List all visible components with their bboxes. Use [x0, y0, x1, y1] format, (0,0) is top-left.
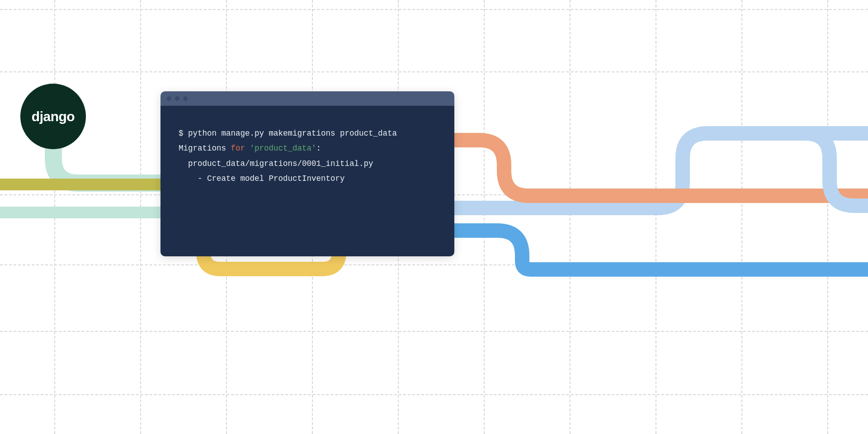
terminal-window: $ python manage.py makemigrations produc… [160, 91, 454, 256]
terminal-line-3: product_data/migrations/0001_initial.py [179, 156, 436, 171]
output-text: Migrations [179, 144, 231, 153]
window-dot-icon [183, 96, 188, 101]
window-dot-icon [167, 96, 171, 101]
window-dot-icon [175, 96, 179, 101]
space [245, 144, 250, 153]
django-label: django [32, 109, 75, 124]
terminal-line-4: - Create model ProductInventory [179, 171, 436, 186]
terminal-line-2: Migrations for 'product_data': [179, 141, 436, 156]
command-text: python manage.py makemigrations product_… [188, 129, 397, 138]
terminal-body: $ python manage.py makemigrations produc… [160, 106, 454, 256]
prompt-symbol: $ [179, 129, 188, 138]
django-badge: django [20, 84, 86, 149]
terminal-line-1: $ python manage.py makemigrations produc… [179, 126, 436, 141]
keyword-for: for [231, 144, 245, 153]
output-text: : [316, 144, 321, 153]
string-literal: 'product_data' [250, 144, 316, 153]
terminal-titlebar [160, 91, 454, 106]
